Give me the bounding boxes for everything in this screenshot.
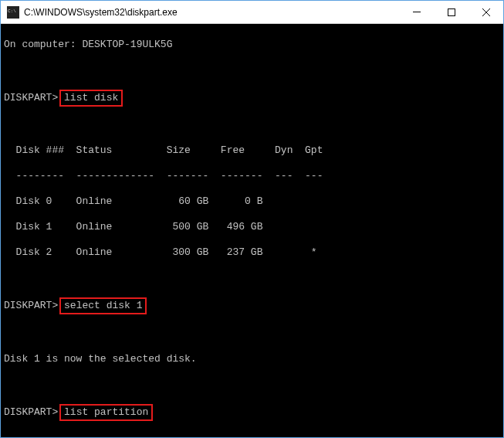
maximize-button[interactable] [434,1,468,23]
diskpart-window: C:\WINDOWS\system32\diskpart.exe On comp… [0,0,504,438]
table-row: Disk 2 Online 300 GB 237 GB * [4,246,500,260]
command-list-partition: list partition [59,404,153,421]
svg-rect-0 [413,12,421,12]
prompt: DISKPART> [4,92,58,104]
computer-name: DESKTOP-19ULK5G [82,39,172,50]
table-row: Disk 0 Online 60 GB 0 B [4,195,500,209]
window-controls [399,1,503,23]
svg-rect-1 [448,8,455,15]
close-button[interactable] [468,1,503,23]
disk-header: Disk ### Status Size Free Dyn Gpt [4,144,500,158]
cmd-icon [7,6,19,19]
computer-line: On computer: DESKTOP-19ULK5G [4,39,500,52]
disk-divider: -------- ------------- ------- ------- -… [4,170,500,183]
window-title: C:\WINDOWS\system32\diskpart.exe [24,7,399,18]
computer-prefix: On computer: [4,39,82,50]
msg-disk-selected: Disk 1 is now the selected disk. [4,353,500,366]
titlebar[interactable]: C:\WINDOWS\system32\diskpart.exe [1,1,503,24]
terminal-area[interactable]: On computer: DESKTOP-19ULK5G DISKPART> l… [1,24,503,437]
minimize-button[interactable] [399,1,434,23]
table-row: Disk 1 Online 500 GB 496 GB [4,221,500,234]
command-list-disk: list disk [59,90,123,107]
prompt: DISKPART> [4,406,58,418]
command-select-disk: select disk 1 [59,297,147,314]
prompt: DISKPART> [4,300,58,311]
